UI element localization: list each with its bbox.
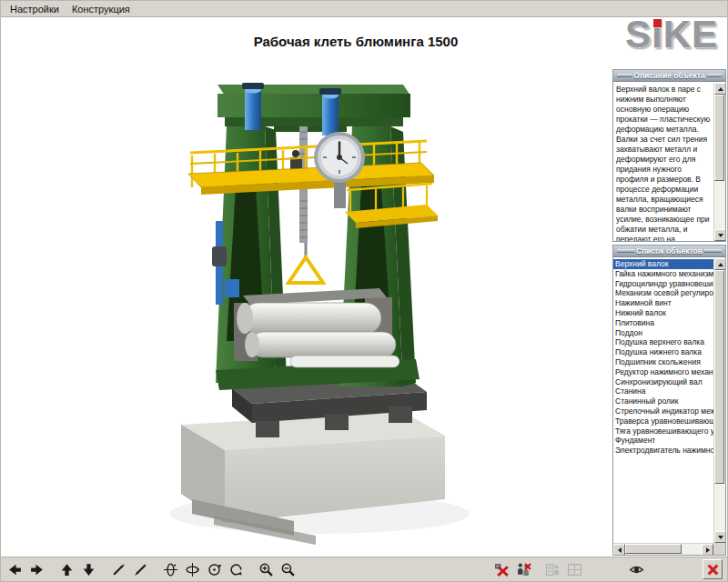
- arrow-down-icon: [718, 536, 723, 539]
- object-list-item-selected[interactable]: Верхний валок: [613, 259, 713, 269]
- sike-logo: SıKE: [625, 15, 718, 54]
- toolbar-left-group: [4, 559, 298, 579]
- logo-letter-i: ı: [652, 15, 663, 54]
- toolbar-separator: [585, 559, 625, 579]
- rotate-free-button[interactable]: [226, 559, 246, 579]
- arrow-left-icon: [618, 547, 622, 553]
- scrollbar-corner: [713, 543, 725, 555]
- object-list-item[interactable]: Механизм осевой регулировки верхнего вал…: [613, 288, 713, 298]
- rotate-y-icon: [185, 562, 200, 577]
- menu-settings[interactable]: Настройки: [4, 2, 66, 16]
- scroll-right-button[interactable]: [702, 544, 713, 556]
- rotate-free-icon: [228, 562, 244, 577]
- rotate-x-button[interactable]: [160, 559, 180, 579]
- zoom-in-button[interactable]: [256, 559, 276, 579]
- arrow-down-icon: [81, 562, 96, 577]
- transparency-button[interactable]: [626, 559, 646, 579]
- move-left-button[interactable]: [5, 559, 25, 579]
- object-list-item[interactable]: Подушка нижнего валка: [613, 347, 713, 357]
- logo-red-dot: [653, 19, 662, 27]
- rotate-z-button[interactable]: [204, 559, 224, 579]
- object-list-item[interactable]: Фундамент: [613, 436, 713, 446]
- objects-list-body: Верхний валокГайка нажимного механизмаГи…: [613, 258, 725, 543]
- scroll-thumb[interactable]: [714, 270, 724, 484]
- scroll-thumb[interactable]: [625, 544, 682, 554]
- object-list-item[interactable]: Редуктор нажимного механизма: [613, 367, 713, 377]
- toolbar-right-group: [490, 559, 723, 579]
- objects-panel-title: Список объектов: [636, 246, 703, 256]
- header-ornament: [704, 249, 722, 253]
- app-window: Настройки Конструкция Рабочая клеть блюм…: [0, 0, 728, 582]
- figures-grid-icon: [567, 562, 582, 577]
- arrow-up-icon: [718, 87, 723, 91]
- object-list-item[interactable]: Нажимной винт: [613, 298, 713, 308]
- tilt-down-button[interactable]: [130, 559, 150, 579]
- move-right-button[interactable]: [26, 559, 46, 579]
- rotate-y-button[interactable]: [182, 559, 202, 579]
- object-list-item[interactable]: Подушка верхнего валка: [613, 337, 713, 347]
- object-list-item[interactable]: Синхронизирующий вал: [613, 377, 713, 387]
- arrow-down-icon: [718, 234, 723, 237]
- zoom-out-button[interactable]: [278, 559, 298, 579]
- hide-object-button[interactable]: [491, 559, 511, 579]
- arrow-right-icon: [706, 547, 710, 553]
- scroll-track[interactable]: [714, 95, 725, 229]
- description-panel-title: Описание объекта: [633, 71, 704, 80]
- objects-list: Верхний валокГайка нажимного механизмаГи…: [613, 258, 713, 543]
- scroll-down-button[interactable]: [714, 229, 726, 241]
- scroll-left-button[interactable]: [613, 544, 625, 556]
- hide-all-button[interactable]: [513, 559, 533, 579]
- scroll-track[interactable]: [625, 544, 702, 555]
- arrow-up-icon: [59, 562, 75, 577]
- object-list-item[interactable]: Траверса уравновешивающего устройства: [613, 416, 713, 426]
- toolbar-separator: [47, 559, 56, 579]
- objects-scrollbar-horizontal[interactable]: [613, 543, 713, 555]
- object-list-item[interactable]: Поддон: [613, 328, 713, 338]
- toolbar-separator: [99, 559, 107, 579]
- logo-letters-ke: KE: [663, 15, 718, 54]
- menu-bar: Настройки Конструкция: [1, 1, 727, 17]
- object-list-item[interactable]: Гидроцилиндр уравновешивающего устройств…: [613, 279, 713, 289]
- toolbar-separator: [647, 559, 702, 579]
- description-scrollbar[interactable]: [713, 83, 725, 241]
- 3d-viewport[interactable]: [5, 55, 607, 557]
- close-icon: [705, 562, 721, 577]
- scroll-thumb[interactable]: [714, 95, 724, 181]
- eye-icon: [629, 562, 644, 577]
- toolbar-separator: [534, 559, 541, 579]
- scroll-track[interactable]: [714, 270, 725, 531]
- object-list-item[interactable]: Тяга уравновешивающего устройства: [613, 426, 713, 436]
- zoom-out-icon: [280, 562, 296, 577]
- object-list-item[interactable]: Плитовина: [613, 318, 713, 328]
- exit-button[interactable]: [703, 559, 723, 579]
- object-list-item[interactable]: Электродвигатель нажимного механизма: [613, 446, 713, 456]
- object-list-item[interactable]: Подшипник скольжения: [613, 357, 713, 367]
- exploded-view-button[interactable]: [542, 559, 562, 579]
- header-ornament: [617, 74, 632, 77]
- tilt-up-button[interactable]: [108, 559, 128, 579]
- description-panel: Описание объекта Верхний валок в паре с …: [612, 69, 726, 242]
- move-up-button[interactable]: [56, 559, 76, 579]
- description-panel-header: Описание объекта: [613, 70, 725, 82]
- header-ornament: [617, 249, 634, 253]
- object-list-item[interactable]: Станинный ролик: [613, 396, 713, 406]
- object-list-item[interactable]: Гайка нажимного механизма: [613, 269, 713, 279]
- rotate-x-icon: [163, 562, 178, 577]
- toolbar-separator: [151, 559, 159, 579]
- figures-cross-icon: [516, 562, 531, 577]
- object-list-item[interactable]: Стрелочный индикатор межвалкового зазора: [613, 406, 713, 416]
- scroll-down-button[interactable]: [714, 531, 726, 543]
- figures-list-icon: [545, 562, 561, 577]
- move-down-button[interactable]: [78, 559, 98, 579]
- object-list-item[interactable]: Нижний валок: [613, 308, 713, 318]
- menu-construction[interactable]: Конструкция: [66, 2, 136, 16]
- bottom-toolbar: [1, 557, 727, 581]
- diagonal-arrow-sw-icon: [133, 562, 148, 577]
- page-title: Рабочая клеть блюминга 1500: [83, 34, 629, 49]
- objects-scrollbar-vertical[interactable]: [713, 258, 725, 543]
- scroll-up-button[interactable]: [714, 83, 726, 95]
- scroll-up-button[interactable]: [714, 258, 726, 270]
- object-list-item[interactable]: Станина: [613, 386, 713, 396]
- lifting-frame: [288, 243, 323, 283]
- assembly-view-button[interactable]: [564, 559, 584, 579]
